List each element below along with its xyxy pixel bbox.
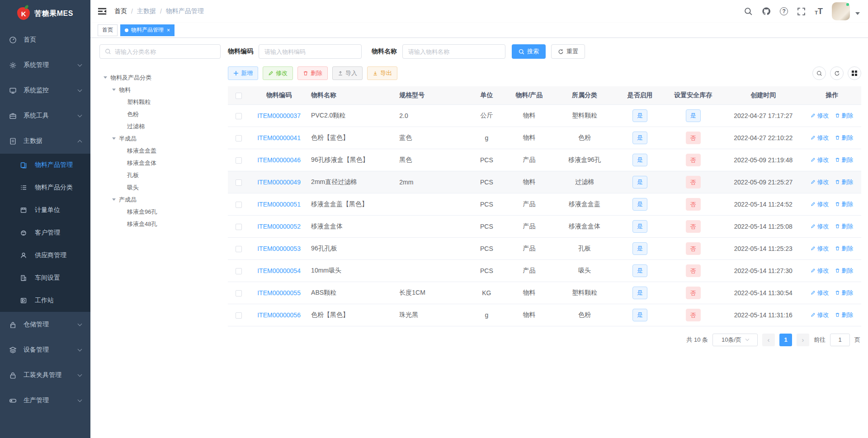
sidebar-item-supplier-management[interactable]: 供应商管理	[0, 244, 90, 267]
row-edit-link[interactable]: 修改	[811, 156, 829, 164]
table-row[interactable]: ITEM00000054 10mm吸头 PCS 产品 吸头 是 否 2022-0…	[228, 259, 861, 282]
tree-node[interactable]: 移液盒盒盖	[99, 145, 221, 157]
breadcrumb-home[interactable]: 首页	[114, 7, 127, 15]
tree-node[interactable]: 移液盒48孔	[99, 218, 221, 230]
row-checkbox[interactable]	[236, 135, 242, 141]
row-delete-link[interactable]: 删除	[835, 245, 853, 253]
row-checkbox[interactable]	[236, 202, 242, 208]
toggle-search-button[interactable]	[812, 66, 826, 80]
delete-button[interactable]: 删除	[297, 66, 328, 80]
row-checkbox[interactable]	[236, 113, 242, 119]
tab-home[interactable]: 首页	[98, 24, 118, 36]
edit-button[interactable]: 修改	[263, 66, 293, 80]
import-button[interactable]: 导入	[332, 66, 363, 80]
caret-down-icon[interactable]	[112, 89, 116, 91]
row-delete-link[interactable]: 删除	[835, 112, 853, 120]
table-row[interactable]: ITEM00000037 PVC2.0颗粒 2.0 公斤 物料 塑料颗粒 是 是…	[228, 104, 861, 127]
user-menu-caret-icon[interactable]	[855, 12, 860, 17]
sidebar-item-home[interactable]: 首页	[0, 27, 90, 52]
tree-node[interactable]: 塑料颗粒	[99, 96, 221, 108]
reset-button[interactable]: 重置	[551, 44, 585, 59]
row-delete-link[interactable]: 删除	[835, 222, 853, 231]
sidebar-item-measure-unit[interactable]: 计量单位	[0, 199, 90, 221]
row-edit-link[interactable]: 修改	[811, 267, 829, 275]
select-all-checkbox[interactable]	[236, 93, 242, 99]
search-icon[interactable]	[744, 7, 753, 16]
table-row[interactable]: ITEM00000055 ABS颗粒 长度1CM KG 物料 塑料颗粒 是 否 …	[228, 282, 861, 304]
sidebar-item-warehouse-management[interactable]: 仓储管理	[0, 312, 90, 337]
sidebar-item-production-management[interactable]: 生产管理	[0, 388, 90, 413]
row-edit-link[interactable]: 修改	[811, 134, 829, 142]
row-edit-link[interactable]: 修改	[811, 112, 829, 120]
export-button[interactable]: 导出	[367, 66, 397, 80]
material-name-input[interactable]	[402, 44, 505, 59]
row-checkbox[interactable]	[236, 224, 242, 230]
github-icon[interactable]	[762, 7, 771, 16]
tab-material-product-management[interactable]: 物料产品管理	[120, 24, 175, 36]
row-delete-link[interactable]: 删除	[835, 156, 853, 164]
page-size-select[interactable]: 10条/页	[712, 334, 758, 346]
table-row[interactable]: ITEM00000041 色粉【蓝色】 蓝色 g 物料 色粉 是 否 2022-…	[228, 127, 861, 149]
material-code-link[interactable]: ITEM00000037	[257, 112, 301, 119]
app-logo[interactable]: 苦糖果MES	[0, 0, 90, 27]
material-code-link[interactable]: ITEM00000056	[257, 311, 301, 319]
row-checkbox[interactable]	[236, 246, 242, 252]
tree-node[interactable]: 过滤棉	[99, 120, 221, 132]
help-icon[interactable]	[780, 7, 788, 15]
material-code-link[interactable]: ITEM00000055	[257, 289, 301, 297]
sidebar-item-fixture-management[interactable]: 工装夹具管理	[0, 363, 90, 388]
material-code-link[interactable]: ITEM00000051	[257, 201, 301, 208]
table-row[interactable]: ITEM00000053 96孔孔板 PCS 产品 孔板 是 否 2022-05…	[228, 237, 861, 259]
row-edit-link[interactable]: 修改	[811, 289, 829, 297]
row-edit-link[interactable]: 修改	[811, 245, 829, 253]
sidebar-item-system-monitor[interactable]: 系统监控	[0, 78, 90, 103]
sidebar-item-system-management[interactable]: 系统管理	[0, 52, 90, 78]
row-delete-link[interactable]: 删除	[835, 200, 853, 208]
row-delete-link[interactable]: 删除	[835, 267, 853, 275]
caret-down-icon[interactable]	[112, 137, 116, 140]
material-code-link[interactable]: ITEM00000053	[257, 245, 301, 252]
add-button[interactable]: 新增	[228, 66, 258, 80]
prev-page-button[interactable]	[762, 334, 775, 346]
sidebar-item-material-product-category[interactable]: 物料产品分类	[0, 176, 90, 199]
sidebar-item-equipment-management[interactable]: 设备管理	[0, 337, 90, 363]
row-delete-link[interactable]: 删除	[835, 134, 853, 142]
sidebar-collapse-icon[interactable]	[97, 7, 107, 16]
row-edit-link[interactable]: 修改	[811, 311, 829, 319]
table-row[interactable]: ITEM00000051 移液盒盒盖【黑色】 PCS 产品 移液盒盒盖 是 否 …	[228, 193, 861, 215]
goto-page-input[interactable]	[830, 334, 850, 346]
row-delete-link[interactable]: 删除	[835, 311, 853, 319]
sidebar-item-system-tools[interactable]: 系统工具	[0, 103, 90, 128]
avatar[interactable]	[832, 2, 850, 20]
material-code-input[interactable]	[259, 44, 362, 59]
row-checkbox[interactable]	[236, 290, 242, 297]
sidebar-item-workshop-settings[interactable]: 车间设置	[0, 267, 90, 289]
next-page-button[interactable]	[797, 334, 809, 346]
breadcrumb-master-data[interactable]: 主数据	[137, 7, 156, 15]
tree-node[interactable]: 移液盒盒体	[99, 157, 221, 169]
row-delete-link[interactable]: 删除	[835, 178, 853, 186]
tree-node[interactable]: 产成品	[99, 193, 221, 206]
column-settings-button[interactable]	[848, 66, 861, 80]
table-row[interactable]: ITEM00000049 2mm直径过滤棉 2mm PCS 物料 过滤棉 是 否…	[228, 171, 861, 193]
current-page-button[interactable]: 1	[779, 334, 792, 346]
tree-node[interactable]: 物料	[99, 84, 221, 96]
sidebar-item-material-product-management[interactable]: 物料产品管理	[0, 154, 90, 176]
refresh-button[interactable]	[830, 66, 844, 80]
table-row[interactable]: ITEM00000046 96孔移液盒【黑色】 黑色 PCS 产品 移液盒96孔…	[228, 149, 861, 171]
row-edit-link[interactable]: 修改	[811, 178, 829, 186]
material-code-link[interactable]: ITEM00000052	[257, 223, 301, 230]
close-icon[interactable]	[167, 28, 170, 33]
row-delete-link[interactable]: 删除	[835, 289, 853, 297]
search-button[interactable]: 搜索	[512, 44, 546, 59]
row-checkbox[interactable]	[236, 268, 242, 274]
fullscreen-icon[interactable]	[797, 7, 806, 16]
caret-down-icon[interactable]	[104, 76, 107, 79]
sidebar-item-master-data[interactable]: 主数据	[0, 128, 90, 154]
material-code-link[interactable]: ITEM00000054	[257, 267, 301, 274]
font-size-icon[interactable]	[815, 7, 823, 15]
tree-search-input[interactable]	[115, 48, 215, 55]
material-code-link[interactable]: ITEM00000041	[257, 134, 301, 141]
tree-node[interactable]: 吸头	[99, 181, 221, 193]
tree-node[interactable]: 移液盒96孔	[99, 206, 221, 218]
